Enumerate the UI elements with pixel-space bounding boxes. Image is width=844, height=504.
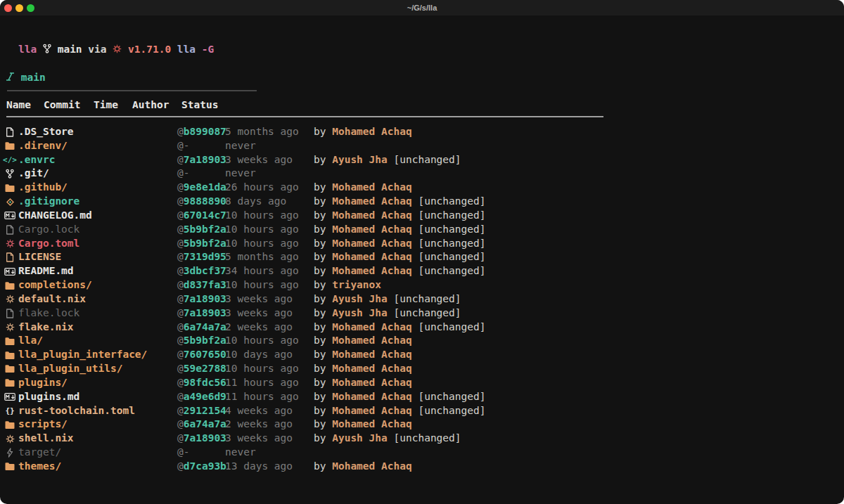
commit-cell: @7607650 <box>177 348 226 362</box>
file-name: .github/ <box>18 181 68 195</box>
file-row: lla/@5b9bf2a10 hours agoby Mohamed Achaq <box>0 334 844 348</box>
file-name: flake.nix <box>18 321 74 335</box>
author-name: Ayush Jha <box>332 293 388 304</box>
author-by-label: by <box>314 418 332 429</box>
file-name: .git/ <box>18 167 49 181</box>
markdown-icon <box>3 264 17 278</box>
commit-at: @ <box>177 460 184 472</box>
author-by-label: by <box>314 126 332 137</box>
braces-icon: {} <box>3 404 17 418</box>
time-value: 3 weeks ago <box>225 432 293 446</box>
author-cell: by Ayush Jha [unchanged] <box>314 432 461 446</box>
time-value: 4 weeks ago <box>225 404 293 418</box>
file-row: scripts/@6a74a7a2 weeks agoby Mohamed Ac… <box>0 418 844 432</box>
author-cell: by Mohamed Achaq [unchanged] <box>314 195 485 209</box>
commit-hash: 7a18903 <box>184 432 226 444</box>
author-cell: by Mohamed Achaq <box>314 125 412 139</box>
status-badge: [unchanged] <box>388 154 461 165</box>
time-value: 3 weeks ago <box>225 153 293 167</box>
file-icon <box>3 223 17 237</box>
file-row: target/@-never <box>0 446 844 460</box>
commit-hash: 2912154 <box>184 405 226 416</box>
file-name: flake.lock <box>18 306 79 321</box>
commit-hash: - <box>184 446 190 458</box>
file-name: themes/ <box>18 460 61 474</box>
branch-indicator-icon <box>6 72 15 85</box>
commit-hash: 67014c7 <box>184 209 226 221</box>
close-button[interactable] <box>4 4 12 12</box>
gear-icon <box>3 237 17 251</box>
file-name: lla/ <box>18 334 43 348</box>
author-cell: by Mohamed Achaq [unchanged] <box>314 390 485 404</box>
git-branch-line: main <box>6 71 46 84</box>
file-row: LICENSE@7319d955 months agoby Mohamed Ac… <box>0 250 844 264</box>
author-name: Mohamed Achaq <box>332 126 412 137</box>
command-flag: -G <box>202 44 214 55</box>
file-icon <box>3 125 17 139</box>
file-list: .DS_Store@b8990875 months agoby Mohamed … <box>0 125 844 474</box>
status-badge: [unchanged] <box>388 293 461 304</box>
commit-cell: @59e2788 <box>177 362 226 376</box>
commit-hash: 7319d95 <box>184 251 226 262</box>
status-badge: [unchanged] <box>412 265 486 276</box>
minimize-button[interactable] <box>15 4 23 12</box>
file-name: shell.nix <box>18 432 74 446</box>
file-row: README.md@3dbcf3734 hours agoby Mohamed … <box>0 264 844 278</box>
author-name: Mohamed Achaq <box>332 377 412 388</box>
time-value: 10 hours ago <box>225 278 299 292</box>
file-name: scripts/ <box>18 418 68 432</box>
author-name: Mohamed Achaq <box>332 195 412 207</box>
header-name: Name <box>6 98 31 112</box>
commit-hash: 6a74a7a <box>184 418 226 429</box>
author-by-label: by <box>314 363 332 374</box>
commit-at: @ <box>177 251 184 262</box>
commit-hash: 7607650 <box>184 349 226 360</box>
author-by-label: by <box>314 265 332 276</box>
author-cell: by Mohamed Achaq <box>314 460 412 474</box>
commit-cell: @7a18903 <box>177 432 226 446</box>
author-name: Mohamed Achaq <box>332 349 412 360</box>
header-author: Author <box>132 98 169 112</box>
shell-prompt-line: lla main via v1.71.0 lla -G <box>18 43 214 56</box>
time-value: 8 days ago <box>225 195 286 209</box>
time-value: 3 weeks ago <box>225 292 293 306</box>
commit-hash: 5b9bf2a <box>184 335 226 346</box>
bolt-icon <box>3 446 17 460</box>
zoom-button[interactable] <box>27 4 34 12</box>
commit-cell: @2912154 <box>177 404 226 418</box>
file-row: .git/@-never <box>0 167 844 181</box>
header-status: Status <box>181 98 218 112</box>
folder-icon <box>3 376 17 390</box>
author-name: Mohamed Achaq <box>332 265 412 276</box>
file-name: .envrc <box>18 153 55 167</box>
author-by-label: by <box>314 307 332 318</box>
file-row: completions/@d837fa310 hours agoby triya… <box>0 278 844 292</box>
author-cell: by Mohamed Achaq [unchanged] <box>314 404 485 418</box>
commit-cell: @- <box>177 139 189 153</box>
commit-hash: 98fdc56 <box>184 377 226 388</box>
author-cell: by Mohamed Achaq [unchanged] <box>314 209 485 223</box>
titlebar: ~/G/s/lla <box>0 0 844 15</box>
header-divider <box>6 116 603 117</box>
status-badge: [unchanged] <box>388 307 461 318</box>
commit-cell: @5b9bf2a <box>177 334 226 348</box>
markdown-icon <box>3 390 17 404</box>
author-name: Mohamed Achaq <box>332 209 412 221</box>
folder-icon <box>3 362 17 376</box>
file-name: README.md <box>18 264 74 278</box>
author-cell: by Mohamed Achaq <box>314 181 412 195</box>
commit-at: @ <box>177 349 184 360</box>
author-by-label: by <box>314 154 332 165</box>
file-name: lla_plugin_utils/ <box>18 362 122 376</box>
author-name: Ayush Jha <box>332 432 388 444</box>
file-row: .direnv/@-never <box>0 139 844 153</box>
code-icon: </> <box>3 153 17 167</box>
author-by-label: by <box>314 349 332 360</box>
author-by-label: by <box>314 195 332 207</box>
status-badge: [unchanged] <box>412 391 486 402</box>
author-cell: by Mohamed Achaq <box>314 362 412 376</box>
time-value: 2 weeks ago <box>225 321 293 335</box>
commit-at: @ <box>177 293 184 304</box>
commit-at: @ <box>177 418 184 429</box>
file-row: Cargo.lock@5b9bf2a10 hours agoby Mohamed… <box>0 223 844 237</box>
